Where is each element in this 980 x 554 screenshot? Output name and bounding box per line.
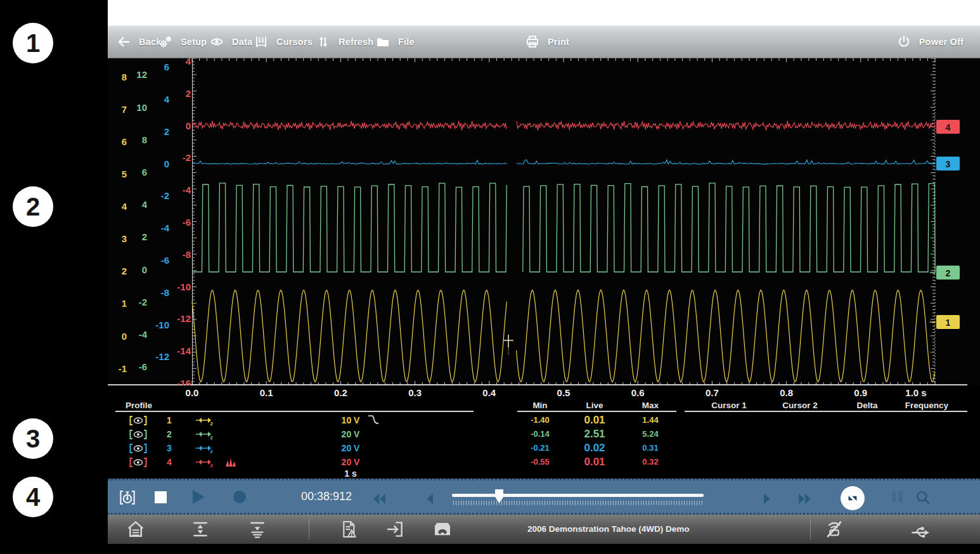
channel-3-visibility-eye[interactable] [128, 441, 148, 455]
channel-2-max: 5.24 [625, 427, 676, 441]
power-off-button[interactable]: Power Off [896, 26, 964, 58]
time-axis-label-0.8: 0.8 [764, 387, 809, 398]
rewind-button[interactable] [371, 491, 387, 506]
svg-text:1: 1 [946, 318, 951, 328]
record-button[interactable] [233, 491, 246, 503]
channel-3-max: 0.31 [625, 441, 676, 455]
channel-2-probe-icon[interactable]: 2 [195, 427, 215, 441]
toolbar-print-label: Print [548, 37, 569, 47]
step-forward-button[interactable] [759, 491, 775, 506]
step-back-button[interactable] [422, 491, 437, 506]
collapse-view-button[interactable] [247, 519, 268, 539]
svg-text:2: 2 [186, 88, 191, 99]
svg-text:6: 6 [164, 61, 169, 72]
column-header-frequency: Frequency [892, 401, 962, 411]
toolbar-setup-button[interactable]: Setup [158, 26, 207, 58]
svg-text:-14: -14 [177, 345, 191, 356]
power-off-label: Power Off [919, 37, 964, 47]
ignition-pattern-icon[interactable] [224, 455, 239, 469]
home-button[interactable] [126, 519, 146, 539]
play-button[interactable] [193, 490, 205, 504]
loop-review-button[interactable] [841, 486, 865, 510]
channel-1-live: 0.01 [566, 413, 623, 427]
time-axis-label-0.0: 0.0 [170, 387, 214, 398]
right-axis-ticks [931, 58, 935, 385]
stop-button[interactable] [155, 491, 167, 503]
svg-text:2: 2 [946, 268, 951, 278]
folder-icon [375, 34, 390, 49]
toolbar-refresh-button[interactable]: Refresh [316, 26, 373, 58]
svg-text:2: 2 [210, 435, 214, 440]
svg-text:-10: -10 [177, 281, 191, 292]
channel-2-visibility-eye[interactable] [128, 427, 148, 441]
svg-text:2: 2 [210, 449, 214, 454]
zoom-icon[interactable] [914, 489, 932, 506]
slider-track[interactable] [452, 494, 704, 497]
gears-icon [158, 34, 173, 49]
scope-module-disconnected-icon[interactable] [824, 519, 844, 539]
svg-text:0: 0 [122, 331, 127, 342]
toolbar-cursors-label: Cursors [276, 37, 313, 47]
column-header-cursor-2: Cursor 2 [765, 401, 835, 411]
channel-4-probe-icon[interactable]: 2 [195, 455, 215, 469]
svg-text:7: 7 [122, 104, 127, 115]
time-axis-label-0.9: 0.9 [839, 387, 883, 398]
exit-vehicle-button[interactable] [385, 519, 405, 539]
svg-text:-4: -4 [161, 222, 170, 233]
svg-text:-6: -6 [183, 217, 191, 228]
svg-text:4: 4 [122, 201, 127, 212]
channel-2-scale[interactable]: 20 V [325, 427, 376, 441]
channel-3-scale[interactable]: 20 V [325, 441, 376, 455]
column-header-live: Live [569, 401, 620, 411]
channel-2-min: -0.14 [515, 427, 565, 441]
svg-text:-2: -2 [139, 297, 147, 307]
svg-text:0: 0 [142, 264, 147, 275]
channel-3-probe-icon[interactable]: 2 [195, 441, 215, 455]
eye-icon [209, 34, 224, 49]
fast-forward-button[interactable] [797, 491, 813, 506]
channel-4-number: 4 [160, 455, 179, 469]
channel-1-visibility-eye[interactable] [128, 413, 148, 427]
svg-text:1: 1 [122, 298, 127, 309]
divider [810, 519, 811, 539]
vehicle-report-button[interactable] [339, 519, 359, 539]
top-margin [108, 0, 980, 25]
toolbar-data-button[interactable]: Data [209, 26, 252, 58]
channel-4-visibility-eye[interactable] [128, 455, 148, 469]
cursors-underline [685, 411, 967, 412]
toolbar-back-button[interactable]: Back [116, 26, 161, 58]
svg-text:5: 5 [122, 169, 127, 179]
pause-button[interactable] [893, 491, 902, 502]
channel-1-probe-icon[interactable]: 2 [195, 413, 215, 427]
waveform-display: 876543210-1121086420-2-4-66420-2-4-6-8-1… [108, 58, 980, 385]
bottom-toolbar: 2006 Demonstration Tahoe (4WD) Demo [108, 515, 980, 544]
toolbar-file-button[interactable]: File [375, 26, 415, 58]
time-axis-label-0.1: 0.1 [244, 387, 288, 398]
playback-bar: 00:38:912 [108, 479, 980, 515]
toolbar-data-label: Data [232, 37, 252, 47]
svg-text:-1: -1 [119, 363, 127, 374]
svg-text:0: 0 [186, 120, 191, 131]
trigger-slope-icon[interactable] [366, 413, 382, 427]
divider [309, 519, 309, 539]
cursors-icon [254, 34, 269, 49]
svg-text:0: 0 [164, 158, 169, 169]
svg-text:-4: -4 [183, 184, 191, 195]
toolbar-print-button[interactable]: Print [525, 26, 569, 58]
svg-text:4: 4 [164, 94, 170, 105]
channel-4-max: 0.32 [625, 455, 676, 469]
toolbar-refresh-label: Refresh [338, 37, 373, 47]
toolbar-cursors-button[interactable]: Cursors [254, 26, 313, 58]
playback-slider[interactable] [452, 493, 704, 506]
vehicle-records-button[interactable] [432, 519, 453, 539]
channel-4-live: 0.01 [566, 455, 623, 469]
svg-text:-8: -8 [161, 287, 169, 298]
usb-connection-icon[interactable] [909, 519, 931, 541]
expand-view-button[interactable] [190, 519, 210, 539]
time-axis-label-0.7: 0.7 [690, 387, 734, 398]
time-axis-label-0.4: 0.4 [467, 387, 512, 398]
channel-2-number: 2 [160, 427, 179, 441]
capture-timer-icon[interactable] [118, 488, 137, 507]
time-axis-label-0.5: 0.5 [541, 387, 586, 398]
page: 1234 Power Off BackSetupDataCursorsRefre… [0, 0, 980, 554]
